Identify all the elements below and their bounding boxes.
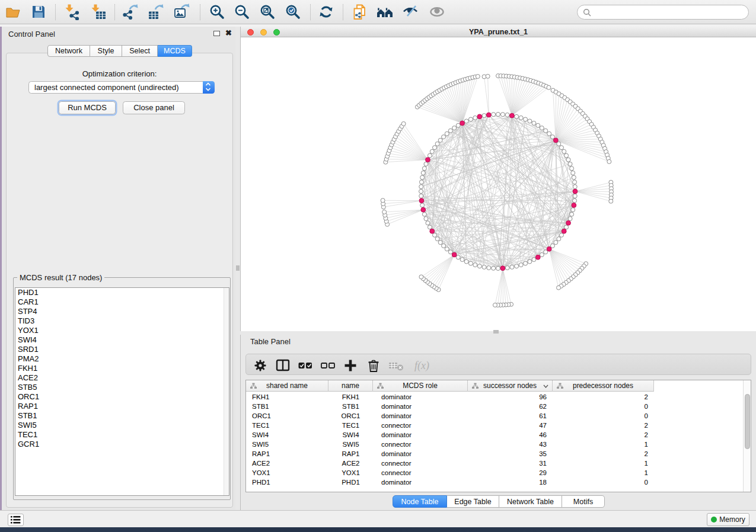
tab-mcds[interactable]: MCDS — [158, 45, 192, 57]
mcds-result-item[interactable]: GCR1 — [15, 440, 229, 449]
table-cell[interactable]: dominator — [373, 430, 468, 440]
vertical-splitter-handle[interactable] — [236, 265, 240, 271]
network-node[interactable] — [564, 225, 569, 229]
table-cell[interactable]: 0 — [553, 477, 654, 487]
table-cell[interactable]: 2 — [553, 430, 654, 440]
network-node[interactable] — [428, 225, 432, 229]
zoom-in-icon[interactable] — [209, 4, 225, 20]
network-node[interactable] — [464, 259, 468, 264]
table-cell[interactable]: YOX1 — [328, 468, 373, 477]
table-tab-node-table[interactable]: Node Table — [393, 495, 447, 508]
network-leaf-node[interactable] — [401, 121, 406, 126]
network-node[interactable] — [573, 198, 577, 203]
table-cell[interactable]: 96 — [468, 392, 553, 402]
table-cell[interactable]: connector — [373, 440, 468, 449]
column-header-shared-name[interactable]: shared name — [246, 380, 328, 392]
network-node[interactable] — [422, 212, 426, 216]
table-cell[interactable]: dominator — [373, 402, 468, 411]
network-hub-node[interactable] — [573, 189, 578, 194]
table-cell[interactable]: ACE2 — [246, 459, 328, 468]
table-cell[interactable]: 2 — [553, 449, 654, 459]
network-node[interactable] — [505, 266, 509, 270]
table-row[interactable]: TEC1TEC1connector472 — [246, 421, 654, 430]
network-leaf-node[interactable] — [493, 303, 497, 307]
network-hub-node[interactable] — [572, 203, 576, 208]
network-node[interactable] — [487, 266, 491, 270]
table-cell[interactable]: STB1 — [328, 402, 373, 411]
tab-select[interactable]: Select — [122, 45, 158, 57]
mcds-result-item[interactable]: TID3 — [15, 316, 229, 326]
run-mcds-button[interactable]: Run MCDS — [59, 101, 116, 114]
table-scrollbar-thumb[interactable] — [745, 394, 750, 449]
mcds-result-item[interactable]: ORC1 — [15, 392, 229, 402]
column-header-successor-nodes[interactable]: successor nodes — [468, 380, 553, 392]
network-node[interactable] — [571, 171, 575, 175]
network-node[interactable] — [419, 180, 423, 184]
table-cell[interactable]: dominator — [373, 411, 468, 421]
mcds-result-item[interactable]: STB5 — [15, 383, 229, 392]
network-node[interactable] — [420, 175, 425, 180]
network-node[interactable] — [492, 266, 496, 270]
table-row[interactable]: ORC1ORC1dominator610 — [246, 411, 654, 421]
network-node[interactable] — [435, 237, 439, 241]
network-node[interactable] — [433, 233, 437, 237]
table-tab-motifs[interactable]: Motifs — [562, 495, 605, 508]
table-cell[interactable]: PHD1 — [246, 477, 328, 487]
import-network-icon[interactable] — [64, 4, 81, 20]
table-row[interactable]: SWI4SWI4dominator462 — [246, 430, 654, 440]
table-cell[interactable]: dominator — [373, 392, 468, 402]
table-cell[interactable]: STB1 — [246, 402, 328, 411]
table-cell[interactable]: ACE2 — [328, 459, 373, 468]
mcds-result-item[interactable]: CAR1 — [15, 297, 229, 307]
network-hub-node[interactable] — [500, 266, 505, 271]
network-node[interactable] — [573, 180, 577, 184]
table-cell[interactable]: RAP1 — [328, 449, 373, 459]
function-builder-icon[interactable]: f(x) — [414, 358, 434, 371]
open-file-icon[interactable] — [5, 4, 21, 20]
export-table-icon[interactable] — [148, 4, 164, 20]
import-table-icon[interactable] — [90, 4, 107, 20]
mcds-result-item[interactable]: STB1 — [15, 411, 229, 421]
table-tab-network-table[interactable]: Network Table — [499, 495, 562, 508]
network-hub-node[interactable] — [553, 138, 558, 143]
table-cell[interactable]: SWI5 — [328, 440, 373, 449]
network-hub-node[interactable] — [562, 229, 566, 233]
table-cell[interactable]: 47 — [468, 421, 553, 430]
network-node[interactable] — [448, 129, 452, 133]
tab-network[interactable]: Network — [47, 45, 90, 57]
memory-button[interactable]: Memory — [707, 513, 749, 526]
network-hub-node[interactable] — [460, 121, 465, 126]
mcds-result-item[interactable]: TEC1 — [15, 430, 229, 440]
network-node[interactable] — [540, 126, 544, 130]
delete-table-icon[interactable] — [388, 358, 405, 371]
network-node[interactable] — [532, 258, 536, 262]
table-cell[interactable]: 1 — [553, 468, 654, 477]
show-eye-icon[interactable] — [429, 4, 445, 20]
mcds-result-item[interactable]: ACE2 — [15, 373, 229, 383]
network-node[interactable] — [544, 129, 548, 133]
search-input[interactable] — [577, 5, 749, 20]
table-cell[interactable]: dominator — [373, 449, 468, 459]
network-node[interactable] — [566, 158, 570, 162]
horizontal-splitter-handle[interactable] — [493, 330, 499, 334]
network-node[interactable] — [442, 135, 446, 139]
table-cell[interactable]: 2 — [553, 421, 654, 430]
network-node[interactable] — [482, 114, 486, 118]
network-leaf-node[interactable] — [547, 85, 551, 89]
network-node[interactable] — [505, 113, 509, 117]
table-tab-edge-table[interactable]: Edge Table — [447, 495, 499, 508]
float-panel-icon[interactable] — [213, 31, 220, 36]
table-cell[interactable]: 62 — [468, 402, 553, 411]
network-node[interactable] — [419, 185, 423, 189]
network-node[interactable] — [482, 265, 486, 269]
network-node[interactable] — [430, 149, 434, 153]
network-node[interactable] — [515, 264, 519, 268]
network-node[interactable] — [433, 146, 437, 150]
table-cell[interactable]: 46 — [468, 430, 553, 440]
mcds-result-item[interactable]: RAP1 — [15, 402, 229, 411]
network-node[interactable] — [496, 113, 500, 117]
network-node[interactable] — [468, 117, 473, 121]
network-node[interactable] — [571, 208, 575, 212]
network-node[interactable] — [460, 258, 464, 262]
network-node[interactable] — [428, 153, 432, 158]
